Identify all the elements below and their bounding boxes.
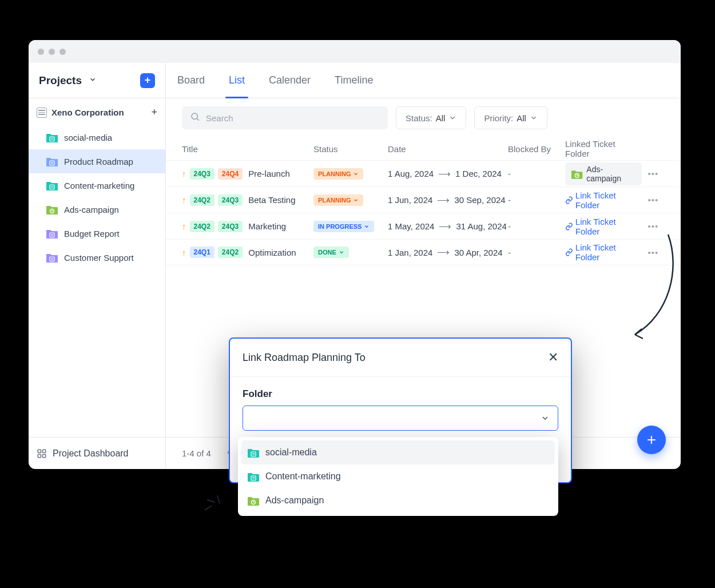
traffic-light-zoom[interactable] [59, 49, 66, 55]
priority-arrow-icon: ↑ [182, 195, 186, 205]
tab-calender[interactable]: Calender [269, 63, 311, 98]
status-pill[interactable]: IN PROGRESS [313, 221, 374, 232]
sidebar-item-content-marketing[interactable]: Content-marketing [29, 173, 165, 197]
close-icon[interactable]: ✕ [548, 350, 558, 365]
status-pill[interactable]: PLANNING [313, 194, 363, 206]
chevron-down-icon [448, 114, 456, 122]
svg-rect-16 [38, 450, 41, 452]
quarter-tag: 24Q1 [190, 247, 214, 258]
link-ticket-folder-button[interactable]: Link Ticket Folder [565, 243, 642, 262]
search-icon [190, 112, 200, 124]
table-header: Title Status Date Blocked By Linked Tick… [166, 137, 681, 160]
row-title: Optimization [248, 248, 296, 257]
tab-timeline[interactable]: Timeline [335, 63, 373, 98]
blocked-by: - [508, 169, 565, 178]
sidebar-item-product-roadmap[interactable]: Product Roadmap [29, 149, 165, 173]
sidebar-item-label: social-media [64, 133, 112, 142]
quarter-tag: 24Q3 [218, 221, 243, 232]
row-title: Marketing [248, 221, 286, 231]
folder-icon [46, 204, 58, 215]
link-ticket-folder-button[interactable]: Link Ticket Folder [565, 190, 642, 210]
row-menu-button[interactable]: ••• [642, 221, 665, 231]
quarter-tag: 24Q3 [190, 168, 214, 180]
folder-icon [46, 156, 58, 167]
arrow-right-icon: ⟶ [437, 247, 450, 257]
dashboard-icon [37, 448, 47, 459]
traffic-light-minimize[interactable] [49, 49, 55, 55]
tab-list[interactable]: List [229, 63, 245, 98]
col-header-linked: Linked Ticket Folder [565, 139, 642, 158]
sidebar-item-label: Ads-campaign [64, 205, 119, 214]
sidebar-title: Projects [39, 74, 82, 87]
date-start: 1 May, 2024 [388, 221, 434, 231]
sidebar-nav: social-mediaProduct RoadmapContent-marke… [29, 122, 165, 273]
sidebar-item-ads-campaign[interactable]: Ads-campaign [29, 197, 165, 221]
sidebar-item-label: Budget Report [64, 229, 120, 239]
linked-chip[interactable]: Ads-campaign [565, 162, 642, 185]
sidebar-item-budget-report[interactable]: Budget Report [29, 221, 165, 245]
tab-board[interactable]: Board [177, 63, 205, 98]
priority-filter-value: All [517, 113, 526, 123]
col-header-blocked: Blocked By [508, 144, 565, 154]
sidebar-item-customer-support[interactable]: Customer Support [29, 245, 165, 269]
chevron-down-icon [530, 114, 538, 122]
quarter-tag: 24Q2 [190, 221, 214, 232]
svg-rect-18 [38, 454, 41, 457]
sidebar: Projects + Xeno Corporation + social-med… [29, 63, 166, 469]
svg-rect-17 [43, 450, 46, 452]
dropdown-option-social-media[interactable]: social-media [241, 440, 555, 464]
decoration-lines [200, 493, 235, 516]
fab-add-button[interactable]: + [637, 426, 666, 454]
sidebar-item-social-media[interactable]: social-media [29, 125, 165, 149]
table-row[interactable]: ↑ 24Q324Q4 Pre-launch PLANNING 1 Aug, 20… [166, 160, 681, 186]
row-menu-button[interactable]: ••• [642, 169, 665, 178]
col-header-date: Date [388, 144, 508, 154]
table-row[interactable]: ↑ 24Q224Q3 Marketing IN PROGRESS 1 May, … [166, 213, 681, 239]
sidebar-item-label: Content-marketing [64, 181, 134, 190]
status-pill[interactable]: DONE [313, 247, 349, 258]
arrow-right-icon: ⟶ [438, 169, 451, 179]
date-end: 30 Sep, 2024 [454, 195, 505, 205]
status-pill[interactable]: PLANNING [313, 168, 363, 180]
dropdown-option-content-marketing[interactable]: Content-marketing [241, 464, 555, 488]
add-project-button[interactable]: + [140, 73, 155, 88]
col-header-status: Status [313, 144, 388, 154]
chevron-down-icon[interactable] [89, 76, 97, 86]
dropdown-option-label: social-media [265, 447, 317, 458]
quarter-tag: 24Q2 [218, 247, 243, 258]
arrow-right-icon: ⟶ [439, 221, 451, 232]
org-row[interactable]: Xeno Corporation + [29, 98, 165, 122]
link-ticket-folder-button[interactable]: Link Ticket Folder [565, 217, 642, 236]
traffic-light-close[interactable] [38, 49, 44, 55]
dropdown-option-label: Ads-campaign [265, 495, 324, 506]
row-menu-button[interactable]: ••• [642, 248, 665, 257]
search-input-wrap[interactable] [182, 106, 388, 129]
filter-row: Status: All Priority: All [166, 98, 681, 137]
status-filter[interactable]: Status: All [396, 106, 466, 129]
folder-icon [46, 180, 58, 191]
svg-point-20 [192, 113, 198, 120]
priority-arrow-icon: ↑ [182, 169, 186, 178]
row-title: Beta Testing [248, 195, 295, 205]
priority-arrow-icon: ↑ [182, 248, 186, 257]
table-row[interactable]: ↑ 24Q224Q3 Beta Testing PLANNING 1 Jun, … [166, 186, 681, 213]
table-row[interactable]: ↑ 24Q124Q2 Optimization DONE 1 Jan, 2024… [166, 239, 681, 265]
sidebar-header: Projects + [29, 63, 165, 98]
add-org-icon[interactable]: + [151, 106, 157, 118]
sidebar-footer[interactable]: Project Dashboard [29, 437, 165, 469]
search-input[interactable] [206, 113, 380, 123]
folder-icon [46, 132, 58, 143]
date-start: 1 Aug, 2024 [388, 169, 434, 178]
row-menu-button[interactable]: ••• [642, 195, 665, 205]
dropdown-option-ads-campaign[interactable]: Ads-campaign [241, 488, 555, 512]
blocked-by: - [508, 195, 565, 205]
quarter-tag: 24Q2 [190, 194, 214, 206]
quarter-tag: 24Q4 [218, 168, 243, 180]
folder-select[interactable] [243, 406, 558, 431]
quarter-tag: 24Q3 [218, 194, 243, 206]
col-header-title: Title [182, 144, 313, 154]
modal-title: Link Roadmap Planning To [243, 352, 366, 364]
pager-info: 1-4 of 4 [182, 448, 211, 458]
sidebar-item-label: Customer Support [64, 253, 134, 263]
priority-filter[interactable]: Priority: All [474, 106, 547, 129]
